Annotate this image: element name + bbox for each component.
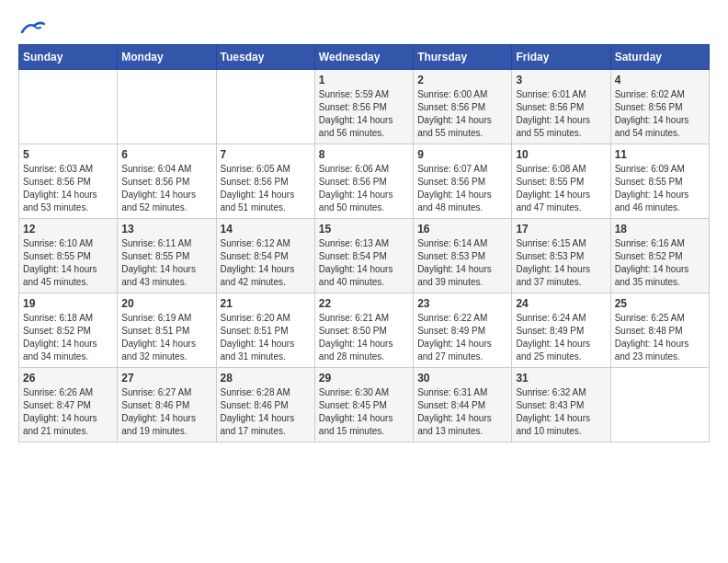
day-info: Sunrise: 6:32 AM Sunset: 8:43 PM Dayligh… [516,386,606,438]
day-number: 23 [417,297,507,310]
day-info: Sunrise: 6:31 AM Sunset: 8:44 PM Dayligh… [417,386,507,438]
day-cell: 31Sunrise: 6:32 AM Sunset: 8:43 PM Dayli… [512,368,610,442]
day-cell: 20Sunrise: 6:19 AM Sunset: 8:51 PM Dayli… [118,293,216,368]
day-cell: 2Sunrise: 6:00 AM Sunset: 8:56 PM Daylig… [414,70,512,144]
day-info: Sunrise: 6:08 AM Sunset: 8:55 PM Dayligh… [516,163,606,214]
day-cell: 4Sunrise: 6:02 AM Sunset: 8:56 PM Daylig… [610,70,709,144]
day-number: 20 [121,297,211,310]
day-info: Sunrise: 6:05 AM Sunset: 8:56 PM Dayligh… [221,163,311,214]
day-info: Sunrise: 6:27 AM Sunset: 8:46 PM Dayligh… [121,386,211,438]
day-number: 16 [417,223,507,236]
day-cell: 27Sunrise: 6:27 AM Sunset: 8:46 PM Dayli… [118,368,216,442]
day-cell: 3Sunrise: 6:01 AM Sunset: 8:56 PM Daylig… [512,70,610,144]
day-cell: 19Sunrise: 6:18 AM Sunset: 8:52 PM Dayli… [19,293,118,368]
day-info: Sunrise: 6:26 AM Sunset: 8:47 PM Dayligh… [23,386,113,438]
day-number: 13 [121,223,211,236]
day-info: Sunrise: 6:12 AM Sunset: 8:54 PM Dayligh… [221,237,311,289]
day-cell: 22Sunrise: 6:21 AM Sunset: 8:50 PM Dayli… [314,293,413,368]
logo-top [18,18,46,37]
day-info: Sunrise: 6:20 AM Sunset: 8:51 PM Dayligh… [221,312,311,363]
day-cell: 6Sunrise: 6:04 AM Sunset: 8:56 PM Daylig… [118,144,216,219]
day-info: Sunrise: 6:00 AM Sunset: 8:56 PM Dayligh… [417,88,507,140]
weekday-header-thursday: Thursday [414,45,512,70]
day-number: 4 [615,74,705,86]
weekday-header-wednesday: Wednesday [314,45,413,70]
day-cell: 11Sunrise: 6:09 AM Sunset: 8:55 PM Dayli… [610,144,709,219]
day-number: 30 [417,372,507,385]
day-number: 2 [417,74,507,86]
day-info: Sunrise: 6:02 AM Sunset: 8:56 PM Dayligh… [615,88,705,140]
day-info: Sunrise: 6:22 AM Sunset: 8:49 PM Dayligh… [417,312,507,363]
day-number: 21 [221,297,311,310]
day-info: Sunrise: 6:16 AM Sunset: 8:52 PM Dayligh… [615,237,705,289]
day-info: Sunrise: 6:07 AM Sunset: 8:56 PM Dayligh… [417,163,507,214]
day-number: 28 [221,372,311,385]
weekday-header-monday: Monday [118,45,216,70]
day-cell [19,70,118,144]
day-number: 17 [516,223,606,236]
day-info: Sunrise: 6:30 AM Sunset: 8:45 PM Dayligh… [319,386,409,438]
day-cell: 9Sunrise: 6:07 AM Sunset: 8:56 PM Daylig… [414,144,512,219]
day-cell: 18Sunrise: 6:16 AM Sunset: 8:52 PM Dayli… [610,219,709,293]
day-info: Sunrise: 6:03 AM Sunset: 8:56 PM Dayligh… [23,163,113,214]
day-info: Sunrise: 6:06 AM Sunset: 8:56 PM Dayligh… [319,163,409,214]
day-info: Sunrise: 6:19 AM Sunset: 8:51 PM Dayligh… [121,312,211,363]
week-row-1: 1Sunrise: 5:59 AM Sunset: 8:56 PM Daylig… [19,70,710,144]
day-info: Sunrise: 6:25 AM Sunset: 8:48 PM Dayligh… [615,312,705,363]
day-info: Sunrise: 6:28 AM Sunset: 8:46 PM Dayligh… [221,386,311,438]
week-row-3: 12Sunrise: 6:10 AM Sunset: 8:55 PM Dayli… [19,219,710,293]
day-cell: 15Sunrise: 6:13 AM Sunset: 8:54 PM Dayli… [314,219,413,293]
weekday-header-saturday: Saturday [610,45,709,70]
day-cell: 23Sunrise: 6:22 AM Sunset: 8:49 PM Dayli… [414,293,512,368]
day-cell [118,70,216,144]
day-number: 5 [23,148,113,161]
day-number: 29 [319,372,409,385]
weekday-header-row: SundayMondayTuesdayWednesdayThursdayFrid… [19,45,710,70]
page-header [18,18,710,35]
day-info: Sunrise: 6:21 AM Sunset: 8:50 PM Dayligh… [319,312,409,363]
day-number: 8 [319,148,409,161]
day-info: Sunrise: 5:59 AM Sunset: 8:56 PM Dayligh… [319,88,409,140]
day-cell: 7Sunrise: 6:05 AM Sunset: 8:56 PM Daylig… [216,144,314,219]
day-number: 24 [516,297,606,310]
day-cell: 1Sunrise: 5:59 AM Sunset: 8:56 PM Daylig… [314,70,413,144]
day-cell: 17Sunrise: 6:15 AM Sunset: 8:53 PM Dayli… [512,219,610,293]
day-number: 14 [221,223,311,236]
day-info: Sunrise: 6:10 AM Sunset: 8:55 PM Dayligh… [23,237,113,289]
weekday-header-tuesday: Tuesday [216,45,314,70]
weekday-header-friday: Friday [512,45,610,70]
day-cell: 24Sunrise: 6:24 AM Sunset: 8:49 PM Dayli… [512,293,610,368]
day-info: Sunrise: 6:04 AM Sunset: 8:56 PM Dayligh… [121,163,211,214]
day-number: 26 [23,372,113,385]
day-info: Sunrise: 6:11 AM Sunset: 8:55 PM Dayligh… [121,237,211,289]
day-number: 11 [615,148,705,161]
day-cell: 8Sunrise: 6:06 AM Sunset: 8:56 PM Daylig… [314,144,413,219]
day-number: 3 [516,74,606,86]
day-number: 10 [516,148,606,161]
logo-bird-icon [20,18,46,37]
day-info: Sunrise: 6:13 AM Sunset: 8:54 PM Dayligh… [319,237,409,289]
day-number: 15 [319,223,409,236]
logo [18,18,46,35]
day-number: 6 [121,148,211,161]
day-cell: 30Sunrise: 6:31 AM Sunset: 8:44 PM Dayli… [414,368,512,442]
day-number: 12 [23,223,113,236]
day-cell: 10Sunrise: 6:08 AM Sunset: 8:55 PM Dayli… [512,144,610,219]
day-cell: 28Sunrise: 6:28 AM Sunset: 8:46 PM Dayli… [216,368,314,442]
day-info: Sunrise: 6:15 AM Sunset: 8:53 PM Dayligh… [516,237,606,289]
day-number: 1 [319,74,409,86]
day-number: 18 [615,223,705,236]
day-cell: 13Sunrise: 6:11 AM Sunset: 8:55 PM Dayli… [118,219,216,293]
week-row-5: 26Sunrise: 6:26 AM Sunset: 8:47 PM Dayli… [19,368,710,442]
day-number: 7 [221,148,311,161]
week-row-2: 5Sunrise: 6:03 AM Sunset: 8:56 PM Daylig… [19,144,710,219]
day-info: Sunrise: 6:01 AM Sunset: 8:56 PM Dayligh… [516,88,606,140]
day-cell: 16Sunrise: 6:14 AM Sunset: 8:53 PM Dayli… [414,219,512,293]
calendar-table: SundayMondayTuesdayWednesdayThursdayFrid… [18,44,710,442]
day-cell: 25Sunrise: 6:25 AM Sunset: 8:48 PM Dayli… [610,293,709,368]
day-number: 27 [121,372,211,385]
week-row-4: 19Sunrise: 6:18 AM Sunset: 8:52 PM Dayli… [19,293,710,368]
day-number: 9 [417,148,507,161]
day-info: Sunrise: 6:24 AM Sunset: 8:49 PM Dayligh… [516,312,606,363]
weekday-header-sunday: Sunday [19,45,118,70]
